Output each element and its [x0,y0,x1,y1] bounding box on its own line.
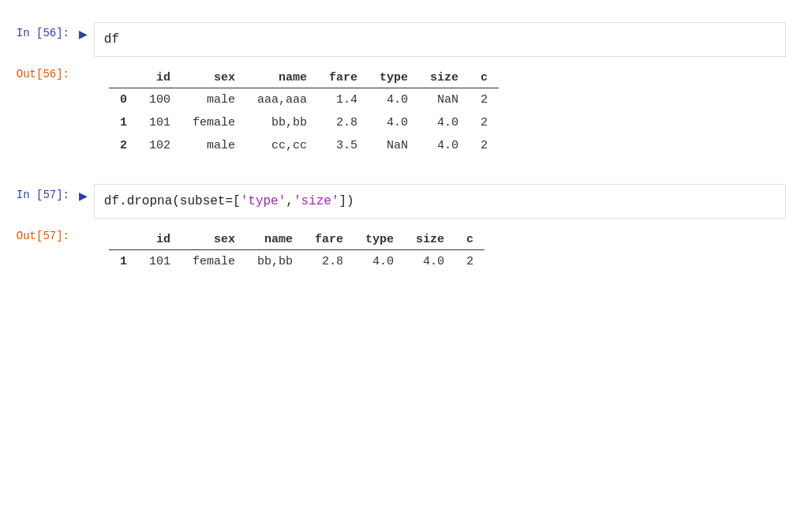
cell-57-input-row: In [57]: ▶ df.dropna(subset=['type','siz… [0,178,786,225]
col-header-size: size [419,68,470,88]
cell-57-output-row: Out[57]: id sex name fare type size c [0,225,786,286]
col-header-type: type [354,230,405,250]
cell-size: NaN [419,88,470,112]
cell-index: 1 [109,250,138,274]
cell-fare: 2.8 [304,250,354,274]
cell-sex: male [182,134,246,157]
cell-57-run-button[interactable]: ▶ [79,184,88,204]
col-header-fare: fare [304,230,354,250]
cell-id: 101 [138,250,182,274]
code-part: df [104,32,119,47]
col-header-c: c [455,230,485,250]
cell-id: 100 [138,88,182,112]
cell-index: 1 [109,111,138,134]
code-part-5: ]) [339,194,354,208]
cell-type: NaN [369,134,419,157]
cell-name: bb,bb [246,111,318,134]
cell-size: 4.0 [419,111,470,134]
code-part-1: df.dropna(subset=[ [104,194,241,208]
col-header-index [109,230,138,250]
cell-56-table: id sex name fare type size c 0 100 [109,68,499,157]
table-header-row: id sex name fare type size c [109,68,499,88]
cell-name: cc,cc [246,134,318,157]
col-header-id: id [138,230,182,250]
col-header-index [109,68,138,88]
cell-57-code-box[interactable]: df.dropna(subset=['type','size']) [94,184,786,219]
cell-c: 2 [455,250,485,274]
col-header-fare: fare [318,68,369,88]
cell-sex: female [182,250,246,274]
cell-56-input-row: In [56]: ▶ df [0,16,786,63]
cell-name: bb,bb [246,250,304,274]
code-part-3: , [286,194,294,208]
table-row: 1 101 female bb,bb 2.8 4.0 4.0 2 [109,111,499,134]
col-header-name: name [246,68,318,88]
col-header-sex: sex [182,230,246,250]
cell-57-dataframe: id sex name fare type size c 1 101 [99,230,494,273]
cell-size: 4.0 [405,250,455,274]
cell-56-dataframe: id sex name fare type size c 0 100 [99,68,508,157]
col-header-id: id [138,68,182,88]
cell-57-input-label: In [57]: [0,184,79,201]
cell-57-table: id sex name fare type size c 1 101 [109,230,485,273]
col-header-sex: sex [182,68,246,88]
table-row: 1 101 female bb,bb 2.8 4.0 4.0 2 [109,250,485,274]
code-part-4: 'size' [294,194,339,208]
cell-c: 2 [470,111,499,134]
cell-sex: female [182,111,246,134]
cell-index: 2 [109,134,138,157]
cell-fare: 3.5 [318,134,369,157]
cell-type: 4.0 [369,88,419,112]
cell-57-output-label: Out[57]: [0,230,79,242]
col-header-name: name [246,230,304,250]
cell-fare: 2.8 [318,111,369,134]
table-header-row: id sex name fare type size c [109,230,485,250]
cell-57-code: df.dropna(subset=['type','size']) [104,194,354,208]
cell-type: 4.0 [354,250,405,274]
table-row: 0 100 male aaa,aaa 1.4 4.0 NaN 2 [109,88,499,112]
cell-size: 4.0 [419,134,470,157]
cell-sex: male [182,88,246,112]
cell-57: In [57]: ▶ df.dropna(subset=['type','siz… [0,178,786,286]
cell-56-code-box[interactable]: df [94,22,786,57]
notebook: In [56]: ▶ df Out[56]: id sex na [0,16,786,286]
table-row: 2 102 male cc,cc 3.5 NaN 4.0 2 [109,134,499,157]
cell-c: 2 [470,134,499,157]
cell-id: 102 [138,134,182,157]
col-header-c: c [470,68,499,88]
cell-56: In [56]: ▶ df Out[56]: id sex na [0,16,786,170]
cell-fare: 1.4 [318,88,369,112]
cell-56-output-label: Out[56]: [0,68,79,81]
cell-56-code: df [104,32,119,47]
cell-type: 4.0 [369,111,419,134]
cell-id: 101 [138,111,182,134]
cell-name: aaa,aaa [246,88,318,112]
cell-c: 2 [470,88,499,112]
cell-56-output-row: Out[56]: id sex name fare type size c [0,63,786,170]
code-part-2: 'type' [241,194,286,208]
col-header-type: type [369,68,419,88]
cell-index: 0 [109,88,138,112]
col-header-size: size [405,230,455,250]
cell-56-run-button[interactable]: ▶ [79,22,88,43]
cell-56-input-label: In [56]: [0,22,79,39]
